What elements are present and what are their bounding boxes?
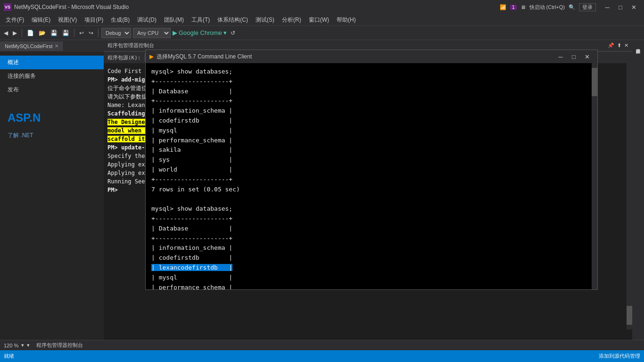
play-icon: ▶ — [173, 29, 177, 36]
asp-logo: ASP.N — [0, 100, 104, 130]
mysql-line-0: mysql> show databases; — [151, 67, 592, 77]
zoom-dropdown-icon[interactable]: ▾ — [21, 342, 24, 348]
close-button[interactable]: ✕ — [627, 0, 640, 14]
debug-config-selector[interactable]: Debug — [101, 28, 131, 38]
main-tab[interactable]: NetMySQLCodeFirst ✕ — [0, 41, 64, 51]
mysql-line-11: +--------------------+ — [151, 175, 592, 185]
console-scrollbar[interactable] — [627, 53, 632, 329]
mysql-highlighted-db: | lexancodefirstdb | — [151, 264, 232, 271]
save-all-button[interactable]: 💾 — [60, 29, 71, 37]
menu-file[interactable]: 文件(F) — [2, 15, 28, 25]
search-icon[interactable]: 🔍 — [569, 4, 575, 10]
forward-button[interactable]: ▶ — [11, 29, 19, 37]
console-header-controls: 📌 ⬆ ✕ — [608, 42, 628, 49]
back-button[interactable]: ◀ — [2, 29, 10, 37]
menu-project[interactable]: 项目(P) — [81, 15, 107, 25]
window-controls: ─ □ ✕ — [601, 0, 640, 14]
mysql-line-13 — [151, 194, 592, 204]
mysql-content: mysql> show databases; +----------------… — [146, 63, 597, 289]
menu-debug[interactable]: 调试(D) — [133, 15, 160, 25]
mysql-dialog-title: 选择MySQL 5.7 Command Line Client — [157, 53, 252, 61]
status-ready: 就绪 — [4, 353, 14, 360]
status-bar-right: 添加到源代码管理 — [599, 353, 640, 360]
mysql-line-12: 7 rows in set (0.05 sec) — [151, 185, 592, 195]
zoom-bar: 120 % ▾ ▾ 程序包管理器控制台 — [0, 340, 644, 350]
console-title: 程序包管理器控制台 — [107, 42, 154, 49]
close-console-button[interactable]: ✕ — [624, 42, 628, 49]
maximize-button[interactable]: □ — [614, 0, 627, 14]
title-bar: VS NetMySQLCodeFirst - Microsoft Visual … — [0, 0, 644, 14]
mysql-dialog-title-area: ▶ 选择MySQL 5.7 Command Line Client — [149, 53, 554, 61]
menu-build[interactable]: 生成(B) — [107, 15, 133, 25]
mysql-dialog-titlebar: ▶ 选择MySQL 5.7 Command Line Client ─ □ ✕ — [146, 50, 597, 63]
zoom-level: 120 % — [4, 343, 18, 348]
chevron-down-icon: ▾ — [223, 29, 227, 36]
open-file-button[interactable]: 📂 — [37, 29, 48, 37]
sidebar-nav: 概述 连接的服务 发布 — [0, 52, 104, 100]
notification-badge: 1 — [510, 5, 517, 10]
mysql-line-16: | Database | — [151, 224, 592, 234]
toolbar: ◀ ▶ 📄 📂 💾 💾 ↩ ↪ Debug Any CPU ▶ Google C… — [0, 26, 644, 40]
mysql-icon: ▶ — [149, 53, 154, 60]
file-toolbar-group: 📄 📂 💾 💾 — [25, 29, 74, 37]
left-sidebar: NetMySQLCodeFirst ✕ 概述 连接的服务 发布 ASP.N 了解… — [0, 40, 104, 340]
mysql-line-15: +--------------------+ — [151, 214, 592, 224]
mysql-line-17: +--------------------+ — [151, 234, 592, 244]
tab-bar: NetMySQLCodeFirst ✕ — [0, 40, 104, 52]
menu-help[interactable]: 帮助(H) — [333, 15, 360, 25]
mysql-line-19: | codefirstdb | — [151, 253, 592, 263]
menu-team[interactable]: 团队(M) — [160, 15, 188, 25]
menu-analyze[interactable]: 分析(R) — [278, 15, 305, 25]
learn-dotnet-link[interactable]: 了解 .NET — [0, 130, 104, 141]
cpu-platform-selector[interactable]: Any CPU — [133, 28, 171, 38]
sidebar-item-publish[interactable]: 发布 — [0, 83, 104, 97]
menu-edit[interactable]: 编辑(E) — [28, 15, 54, 25]
status-bar: 就绪 添加到源代码管理 — [0, 350, 644, 362]
add-to-source[interactable]: 添加到源代码管理 — [599, 353, 640, 360]
mysql-dialog-controls: ─ □ ✕ — [554, 50, 594, 63]
minimize-button[interactable]: ─ — [601, 0, 614, 14]
mysql-line-22: | performance_schema | — [151, 283, 592, 289]
mysql-maximize-button[interactable]: □ — [567, 50, 580, 63]
title-right-area: 📶 1 🖥 快启动 (Ctrl+Q) 🔍 登录 — [500, 3, 596, 11]
save-button[interactable]: 💾 — [49, 29, 59, 37]
mysql-minimize-button[interactable]: ─ — [554, 50, 567, 63]
sidebar-item-services[interactable]: 连接的服务 — [0, 69, 104, 83]
mysql-scrollbar[interactable] — [592, 63, 597, 289]
mysql-line-14: mysql> show databases; — [151, 204, 592, 214]
nav-toolbar-group: ◀ ▶ — [2, 29, 22, 37]
expand-console-button[interactable]: ⬆ — [617, 42, 621, 49]
mysql-line-6: | mysql | — [151, 126, 592, 136]
pin-button[interactable]: 📌 — [608, 42, 614, 49]
source-label: 程序包源(K): — [107, 54, 141, 61]
menu-view[interactable]: 视图(V) — [54, 15, 81, 25]
mysql-line-21: | mysql | — [151, 273, 592, 283]
menu-test[interactable]: 测试(S) — [252, 15, 278, 25]
console-tab-label[interactable]: 程序包管理器控制台 — [36, 342, 83, 349]
right-panel-label: 连接的服务器路径管理 — [635, 44, 641, 48]
sidebar-item-overview[interactable]: 概述 — [0, 56, 104, 69]
menu-architecture[interactable]: 体系结构(C) — [214, 15, 252, 25]
right-panel: 连接的服务器路径管理 — [632, 40, 644, 340]
undo-button[interactable]: ↩ — [77, 29, 86, 37]
mysql-scrollbar-thumb[interactable] — [592, 68, 597, 96]
vs-icon: VS — [4, 3, 11, 11]
wifi-icon: 📶 — [500, 4, 506, 10]
console-scrollbar-thumb[interactable] — [627, 306, 632, 325]
menu-tools[interactable]: 工具(T) — [188, 15, 214, 25]
redo-button[interactable]: ↪ — [87, 29, 95, 37]
undo-toolbar-group: ↩ ↪ — [77, 29, 99, 37]
new-file-button[interactable]: 📄 — [25, 29, 36, 37]
mysql-line-7: | performance_schema | — [151, 136, 592, 146]
mysql-close-button[interactable]: ✕ — [580, 50, 594, 63]
zoom-toggle[interactable]: ▾ — [27, 342, 30, 348]
tab-close-icon[interactable]: ✕ — [55, 43, 58, 49]
refresh-button[interactable]: ↺ — [229, 29, 237, 37]
start-debug-button[interactable]: ▶ Google Chrome ▾ — [173, 29, 227, 36]
menu-window[interactable]: 窗口(W) — [305, 15, 333, 25]
mysql-line-8: | sakila | — [151, 145, 592, 155]
quicklaunch-label[interactable]: 快启动 (Ctrl+Q) — [529, 4, 565, 11]
login-button[interactable]: 登录 — [579, 3, 596, 11]
mysql-line-10: | world | — [151, 165, 592, 175]
tab-label: NetMySQLCodeFirst — [5, 43, 52, 49]
